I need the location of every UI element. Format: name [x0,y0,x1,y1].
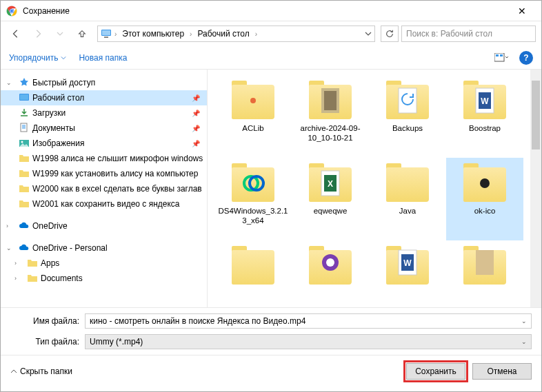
close-button[interactable]: ✕ [508,6,536,17]
tree-folder-w2000[interactable]: W2000 как в excel сделать все буквы загл… [1,181,207,196]
folder-item-java[interactable]: Java [369,158,446,240]
folder-item-eqweqwe[interactable]: X eqweqwe [292,158,369,240]
back-button[interactable] [6,25,26,42]
folder-item-partial[interactable] [214,240,292,282]
folder-item-partial[interactable] [292,240,369,282]
tree-label: Рабочий стол [32,93,84,103]
svg-text:W: W [403,258,412,268]
star-icon [19,77,30,88]
svg-rect-7 [104,37,108,38]
item-label: DS4Windows_3.2.13_x64 [217,206,289,225]
tree-folder-w2001[interactable]: W2001 как сохранить видео с яндекса [1,196,207,212]
folder-item-ds4[interactable]: DS4Windows_3.2.13_x64 [214,158,292,240]
scrollbar[interactable] [530,70,541,307]
view-mode-button[interactable] [493,52,510,64]
svg-rect-13 [21,123,27,132]
recent-dropdown[interactable] [50,25,70,42]
svg-text:W: W [481,96,489,106]
tree-label: Документы [32,123,75,133]
chevron-down-icon[interactable]: ⌄ [6,79,16,86]
dialog-footer: Скрыть папки Сохранить Отмена [1,355,541,386]
chevron-up-icon [10,368,17,375]
cancel-button[interactable]: Отмена [472,363,532,380]
tree-folder-w1998[interactable]: W1998 алиса не слышит микрофон windows [1,151,207,166]
breadcrumb-sep: › [255,30,257,38]
svg-rect-12 [20,94,28,100]
refresh-button[interactable] [381,25,399,42]
forward-button[interactable] [28,25,48,42]
titlebar: Сохранение ✕ [1,1,541,21]
svg-point-28 [480,178,490,188]
folder-item-aclib[interactable]: ACLib [214,75,292,158]
svg-rect-6 [102,30,110,35]
folder-icon [27,273,38,284]
chevron-down-icon[interactable]: ⌄ [521,318,527,324]
tree-desktop[interactable]: Рабочий стол 📌 [1,90,207,105]
svg-rect-8 [494,53,504,61]
folder-item-partial[interactable]: W [369,240,446,282]
item-label: Backups [392,123,423,133]
tree-label: W2000 как в excel сделать все буквы загл… [32,184,202,194]
svg-point-15 [21,141,23,143]
svg-rect-19 [399,88,416,113]
up-button[interactable] [72,25,92,42]
tree-quick-access[interactable]: ⌄ Быстрый доступ [1,75,207,90]
tree-documents[interactable]: Документы 📌 [1,121,207,136]
body: ⌄ Быстрый доступ Рабочий стол 📌 Загрузки… [1,70,541,307]
documents-icon [19,123,30,134]
new-folder-button[interactable]: Новая папка [79,53,127,63]
item-label: ok-ico [474,206,496,216]
chevron-right-icon[interactable]: › [6,223,16,229]
chevron-down-icon[interactable]: ⌄ [6,245,16,251]
tree-folder-w1999[interactable]: W1999 как установить алису на компьютер [1,166,207,181]
breadcrumb[interactable]: › Этот компьютер › Рабочий стол › [97,25,375,42]
tree-onedrive-personal[interactable]: ⌄ OneDrive - Personal [1,240,207,256]
folder-icon [19,153,30,164]
tree-downloads[interactable]: Загрузки 📌 [1,105,207,121]
folder-item-boostrap[interactable]: W Boostrap [446,75,523,158]
folder-item-archive[interactable]: archive-2024-09-10_10-10-21 [292,75,369,158]
folder-item-partial[interactable] [446,240,523,282]
chevron-right-icon[interactable]: › [14,260,24,267]
folder-icon [19,198,30,209]
filetype-select[interactable]: Ummy (*.mp4) ⌄ [85,334,532,349]
filetype-label: Тип файла: [10,337,79,347]
filename-input[interactable]: кино - смотреть онлайн в поиске Яндекса … [85,313,532,329]
help-button[interactable]: ? [519,51,533,65]
svg-point-16 [250,98,256,103]
chrome-icon [6,6,17,17]
pin-icon: 📌 [192,94,200,102]
svg-rect-9 [496,54,499,56]
breadcrumb-sep: › [190,30,192,38]
cloud-icon [19,220,30,231]
svg-rect-10 [500,54,503,56]
pin-icon: 📌 [192,110,200,117]
item-label: Boostrap [469,123,501,133]
save-button[interactable]: Сохранить [406,363,465,380]
item-label: ACLib [242,123,263,133]
search-input[interactable]: Поиск в: Рабочий стол [401,25,536,42]
tree-documents2[interactable]: › Documents [1,271,207,286]
folder-item-okico[interactable]: ok-ico [446,158,523,240]
organize-menu[interactable]: Упорядочить [9,53,66,63]
breadcrumb-dropdown[interactable] [365,30,372,37]
breadcrumb-desktop[interactable]: Рабочий стол [194,28,252,40]
breadcrumb-pc[interactable]: Этот компьютер [119,28,187,40]
tree-apps[interactable]: › Apps [1,256,207,271]
folder-item-backups[interactable]: Backups [369,75,446,158]
tree-pictures[interactable]: Изображения 📌 [1,136,207,151]
folder-icon [27,258,38,269]
navbar: › Этот компьютер › Рабочий стол › Поиск … [1,21,541,46]
chevron-down-icon[interactable]: ⌄ [521,338,527,345]
hide-folders-toggle[interactable]: Скрыть папки [10,367,72,376]
tree-onedrive[interactable]: › OneDrive [1,218,207,234]
search-placeholder: Поиск в: Рабочий стол [406,29,492,39]
filetype-value: Ummy (*.mp4) [90,337,143,347]
hide-folders-label: Скрыть папки [20,367,72,376]
tree-label: Documents [41,274,83,283]
tree-label: Загрузки [32,108,66,118]
scrollbar-thumb[interactable] [532,81,540,149]
downloads-icon [19,107,30,118]
filename-label: Имя файла: [10,316,79,326]
chevron-right-icon[interactable]: › [14,275,24,282]
